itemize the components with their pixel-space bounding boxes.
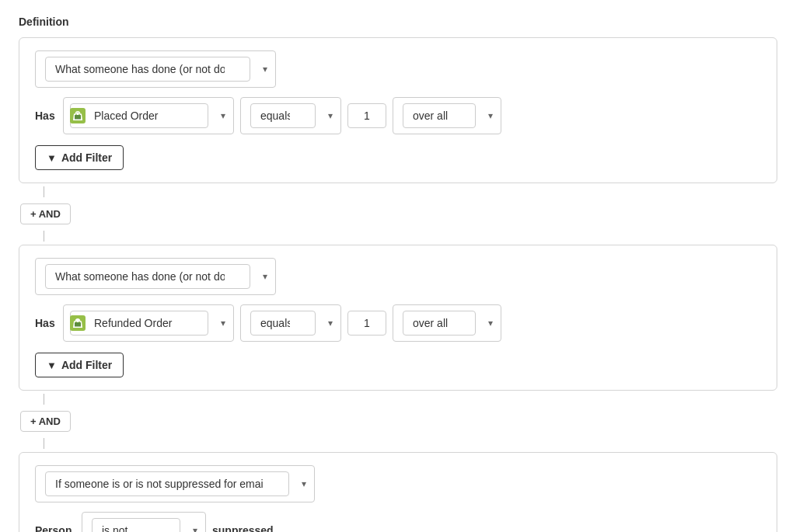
vertical-line-2 xyxy=(44,231,44,242)
main-dropdown-1-select[interactable]: What someone has done (or not done) Prop… xyxy=(45,57,250,82)
action-dropdown-1-select[interactable]: Placed Order Refunded Order Cancelled Or… xyxy=(70,103,208,128)
vertical-line-1 xyxy=(44,186,44,197)
operator-dropdown-1[interactable]: equals does not equal is greater than is… xyxy=(240,97,341,134)
and-connector-1: + AND xyxy=(19,186,777,242)
has-label-1: Has xyxy=(35,110,57,122)
action-dropdown-2[interactable]: Placed Order Refunded Order Cancelled Or… xyxy=(63,304,234,342)
time-dropdown-2[interactable]: over all time in the last 30 days in the… xyxy=(393,304,501,342)
condition-dropdown-3[interactable]: is is not xyxy=(82,512,206,532)
add-filter-label-2: Add Filter xyxy=(61,359,112,371)
add-filter-label-1: Add Filter xyxy=(61,151,112,164)
person-label: Person xyxy=(35,524,75,532)
time-dropdown-1[interactable]: over all time in the last 30 days in the… xyxy=(393,97,501,134)
operator-dropdown-2[interactable]: equals does not equal is greater than is… xyxy=(240,304,341,342)
filter-icon-1: ▼ xyxy=(47,152,57,164)
has-row-2: Has Placed Order Refunded Order Cancelle… xyxy=(35,304,761,342)
condition-block-1: What someone has done (or not done) Prop… xyxy=(19,37,777,183)
and-button-2[interactable]: + AND xyxy=(20,411,71,432)
main-dropdown-3[interactable]: What someone has done (or not done) Prop… xyxy=(35,465,315,502)
action-dropdown-1[interactable]: Placed Order Refunded Order Cancelled Or… xyxy=(63,97,234,134)
condition-block-3: What someone has done (or not done) Prop… xyxy=(19,452,777,532)
add-filter-button-1[interactable]: ▼ Add Filter xyxy=(35,145,124,170)
has-row-1: Has Placed Order Refunded Ord xyxy=(35,97,761,134)
main-dropdown-1[interactable]: What someone has done (or not done) Prop… xyxy=(35,50,276,88)
and-button-1[interactable]: + AND xyxy=(20,203,71,224)
has-label-2: Has xyxy=(35,317,57,329)
operator-dropdown-2-select[interactable]: equals does not equal is greater than is… xyxy=(250,311,316,336)
add-filter-button-2[interactable]: ▼ Add Filter xyxy=(35,353,124,377)
and-connector-2: + AND xyxy=(19,394,777,449)
person-row: Person is is not suppressed xyxy=(35,512,761,532)
vertical-line-4 xyxy=(44,438,44,449)
main-dropdown-2[interactable]: What someone has done (or not done) Prop… xyxy=(35,258,276,295)
main-dropdown-2-select[interactable]: What someone has done (or not done) Prop… xyxy=(45,264,250,289)
number-input-2[interactable] xyxy=(347,311,386,336)
time-dropdown-1-select[interactable]: over all time in the last 30 days in the… xyxy=(403,103,476,128)
operator-dropdown-1-select[interactable]: equals does not equal is greater than is… xyxy=(250,103,316,128)
main-dropdown-3-select[interactable]: What someone has done (or not done) Prop… xyxy=(45,471,289,496)
filter-icon-2: ▼ xyxy=(47,360,57,371)
section-title: Definition xyxy=(19,16,777,28)
vertical-line-3 xyxy=(44,394,44,405)
suppressed-label: suppressed xyxy=(212,524,274,532)
number-input-1[interactable] xyxy=(347,103,386,128)
time-dropdown-2-select[interactable]: over all time in the last 30 days in the… xyxy=(403,311,476,336)
action-dropdown-2-select[interactable]: Placed Order Refunded Order Cancelled Or… xyxy=(70,311,208,336)
condition-block-2: What someone has done (or not done) Prop… xyxy=(19,245,777,391)
condition-dropdown-3-select[interactable]: is is not xyxy=(92,518,180,532)
